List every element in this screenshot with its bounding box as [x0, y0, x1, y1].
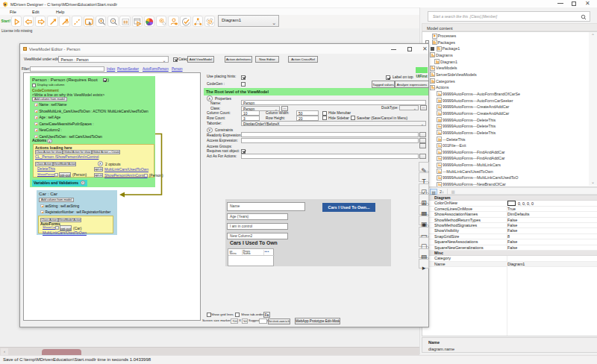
property-row[interactable]: ShowMethodSignatures False [422, 223, 597, 228]
play-icon[interactable] [11, 16, 22, 27]
tree-item[interactable]: 99999AutoForms---NewBrandOfCar [422, 181, 597, 186]
tagged-values-button[interactable]: Tagged values [372, 81, 395, 88]
tree-item[interactable]: 99999AutoForms---CreateAndAddCar [422, 110, 597, 117]
palette-button[interactable]: ▸ [419, 259, 429, 269]
property-row[interactable]: Misc [422, 251, 597, 256]
tree-item[interactable]: ViewModels [422, 65, 597, 72]
app-maximize-button[interactable] [572, 1, 576, 6]
screen-width-input[interactable]: 700 [231, 318, 238, 324]
class-triangle-icon[interactable] [193, 16, 204, 27]
access-input[interactable] [241, 138, 419, 143]
palette-button[interactable]: ⊞ [419, 194, 429, 204]
properties-collapse-icon[interactable]: ∧ [207, 95, 213, 101]
link-personseeker[interactable]: PersonSeeker [117, 67, 139, 71]
screen-height-input[interactable]: 500 [242, 318, 248, 324]
start-button[interactable]: Start! [1, 19, 11, 23]
hide-sidebar-checkbox[interactable] [322, 116, 327, 120]
tab-scroll-left-button[interactable]: ‹ [1, 348, 8, 355]
draw-link-icon[interactable] [59, 16, 70, 27]
app-close-button[interactable]: ✕ [585, 1, 590, 7]
tree-item[interactable]: Actions [422, 84, 597, 91]
cars-i-used-to-own-button[interactable]: Cars I Used To Own... [322, 203, 375, 212]
class-browse-button[interactable]: ... [281, 106, 288, 111]
categ-checkbox[interactable] [173, 57, 178, 62]
tile-windows-icon[interactable] [119, 16, 131, 27]
preview-grid[interactable]: asStrinc RegisNumb ••• [228, 248, 274, 266]
scroll-down-icon[interactable]: ⌄ [591, 180, 595, 184]
tree-item[interactable]: - Packages [422, 40, 597, 46]
editor-titlebar[interactable]: ViewModel Editor - Person ✕ [20, 44, 428, 54]
dashed-line-icon[interactable] [72, 16, 83, 27]
property-row[interactable]: Diagram [422, 195, 597, 201]
sort-alpha-icon[interactable]: 2↓ [438, 189, 446, 195]
action-definitions-button[interactable]: Action definitions [225, 56, 252, 63]
codegen-checkbox[interactable] [241, 82, 246, 87]
tree-item[interactable]: 99999AutoForms---DeleteThis [422, 123, 597, 130]
groups-browse-button[interactable] [419, 143, 426, 148]
tree-item[interactable]: Processes [422, 33, 597, 40]
tree-item[interactable]: 99999AutoForms---CreateAndAddCar [422, 104, 597, 110]
constraints-collapse-icon[interactable]: ∨ [207, 128, 213, 134]
actas-input[interactable] [241, 154, 419, 159]
tree-item[interactable]: ServerSideViewModels [422, 72, 597, 78]
tree-item[interactable]: 99999AutoForms---DeleteThis [422, 130, 597, 136]
tree-item[interactable]: 99999AutoForms---FindAndAddCar [422, 155, 597, 162]
property-row[interactable]: CorrectLinesOnMove True [422, 207, 597, 212]
under-edit-combobox[interactable]: Person : Person ⌄ [58, 56, 169, 63]
name-input[interactable]: Person [241, 100, 426, 105]
link-autoformperson[interactable]: AutoFormPerson [143, 67, 169, 71]
preview-age-field[interactable]: Age (Years) [227, 213, 288, 220]
menu-file[interactable]: File [10, 10, 16, 14]
model-search-box[interactable]: Start a search like this .[Class].[Membe… [428, 11, 590, 22]
row-count-input[interactable]: 3 [241, 116, 260, 121]
palette-button[interactable]: ▭ [419, 227, 429, 236]
tree-item[interactable]: Diagrams [422, 52, 597, 59]
gear-spiral-icon[interactable] [204, 16, 216, 27]
tree-item[interactable]: 99999AutoForms---DeleteThis [422, 117, 597, 124]
palette-button[interactable]: ▢ [419, 237, 429, 247]
set-shrink-zoom-button[interactable]: Set shrink zoom to fit [268, 318, 290, 324]
back-arrow-icon[interactable] [23, 16, 34, 27]
add-viewmodel-button[interactable]: Add ViewModel [187, 56, 214, 63]
settings-gears-icon[interactable] [156, 16, 167, 27]
fa-button[interactable]: Fa [263, 312, 270, 318]
label-on-top-checkbox[interactable] [386, 75, 390, 80]
link-person[interactable]: Person [172, 67, 183, 71]
suggested-zoom-input[interactable] [259, 318, 267, 324]
use-placing-hints-checkbox[interactable] [241, 75, 246, 80]
editor-close-button[interactable]: ✕ [422, 46, 428, 52]
grid-more-dots[interactable]: ••• [265, 251, 269, 254]
new-editor-button[interactable]: New Editor [255, 56, 279, 63]
taborder-combobox[interactable]: DisplayOrderYBeforeX⌄ [241, 121, 426, 126]
savebar-checkbox[interactable] [351, 116, 355, 120]
scroll-up-icon[interactable]: ⌃ [591, 34, 595, 38]
palette-button[interactable]: ☑ [419, 183, 429, 193]
link-index[interactable]: Index [107, 67, 115, 71]
palette-button[interactable]: ▣ [419, 216, 429, 225]
tree-item[interactable]: ---DeleteThis [422, 136, 597, 143]
editor-maximize-button[interactable] [407, 47, 412, 51]
tree-item[interactable]: Diagram1 [422, 59, 597, 66]
tree-item[interactable]: 99999AutoForms---MultiLinkCarsIUsedToO [422, 175, 597, 181]
user-actions-icon[interactable] [168, 16, 179, 27]
hide-menubar-checkbox[interactable] [322, 111, 327, 116]
ducktype-browse-button[interactable]: ... [420, 105, 427, 110]
palette-button[interactable]: T [419, 172, 429, 182]
editor-minimize-button[interactable] [391, 49, 396, 50]
forward-arrow-icon[interactable] [35, 16, 46, 27]
property-row[interactable]: SnapGridSize 8 [422, 234, 597, 239]
tree-item[interactable]: - Package1 [422, 46, 597, 52]
access-browse-button[interactable] [419, 138, 426, 143]
palette-button[interactable]: ✎ [419, 162, 429, 172]
diagram-combobox[interactable]: Diagram1 ⌄ [218, 15, 279, 27]
color-wheel-icon[interactable] [144, 16, 155, 27]
run-window-icon[interactable] [132, 16, 143, 27]
zoom-in-icon[interactable] [96, 16, 107, 27]
property-row[interactable]: ColorOnNew 0, 0, 0, 0 [422, 201, 597, 206]
readonly-browse-button[interactable] [419, 132, 426, 137]
property-row[interactable]: ShowMethodReturnTypes False [422, 218, 597, 223]
analyze-expressions-button[interactable]: Analyze expressions [395, 81, 429, 88]
property-row[interactable]: ShowAssociationNames DimDefaults [422, 212, 597, 217]
tree-expander-icon[interactable]: - [431, 47, 434, 51]
action-crossref-button[interactable]: Action CrossRef [288, 56, 318, 63]
